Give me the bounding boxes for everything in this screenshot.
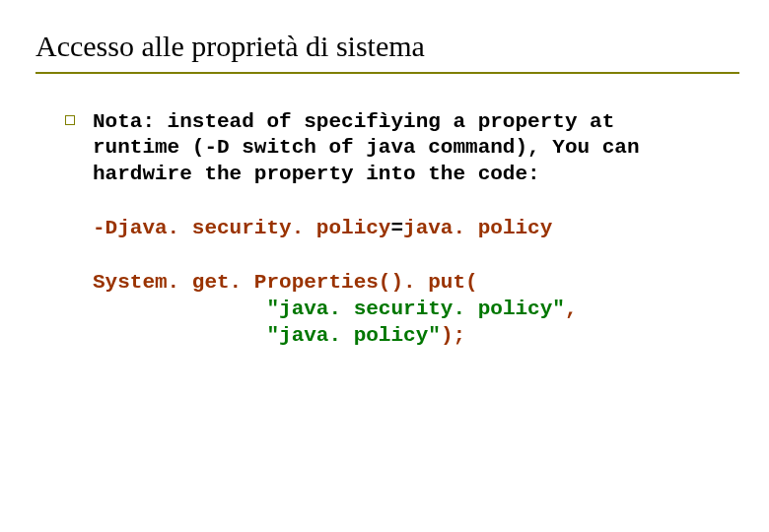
title-block: Accesso alle proprietà di sistema xyxy=(35,30,739,74)
bullet-item: Nota: instead of specifìying a property … xyxy=(65,109,739,350)
cmd-prefix: -Djava. security. policy xyxy=(93,217,390,239)
equals-sign: = xyxy=(390,217,403,239)
code-line-3-indent xyxy=(93,324,266,347)
code-block: System. get. Properties(). put( "java. s… xyxy=(93,270,640,350)
cmd-value: java. policy xyxy=(403,217,552,239)
slide: Accesso alle proprietà di sistema Nota: … xyxy=(0,0,769,532)
body: Nota: instead of specifìying a property … xyxy=(35,109,739,350)
code-line-3-tail: ); xyxy=(441,324,465,347)
code-line-2-indent xyxy=(93,298,266,320)
note-text: Nota: instead of specifìying a property … xyxy=(93,109,640,189)
bullet-content: Nota: instead of specifìying a property … xyxy=(93,109,640,350)
code-line-2-tail: , xyxy=(565,298,578,320)
code-line-2-string: "java. security. policy" xyxy=(266,298,564,320)
code-line-3-string: "java. policy" xyxy=(266,324,440,347)
code-line-1: System. get. Properties(). put( xyxy=(93,271,478,294)
slide-title: Accesso alle proprietà di sistema xyxy=(35,30,739,64)
bullet-square-icon xyxy=(65,115,75,125)
command-line: -Djava. security. policy=java. policy xyxy=(93,216,640,242)
